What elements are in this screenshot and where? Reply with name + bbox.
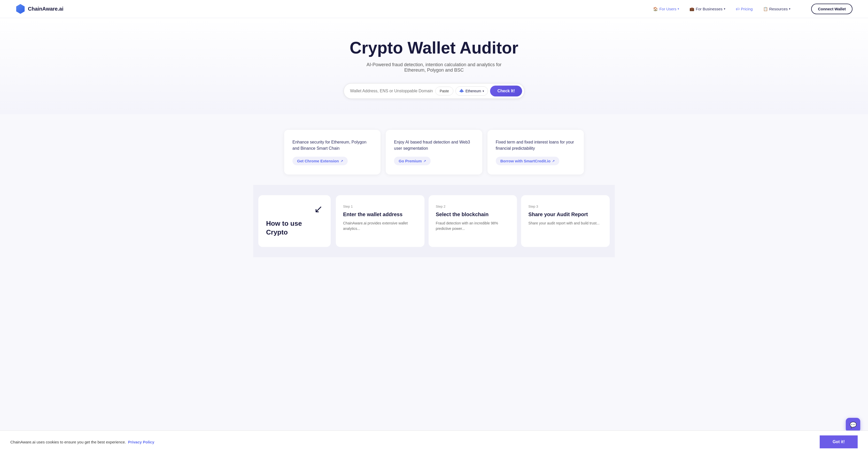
resources-icon: 📋 bbox=[763, 7, 768, 11]
check-it-button[interactable]: Check It! bbox=[490, 86, 522, 96]
eth-icon bbox=[459, 89, 464, 93]
feature-card-text-1: Enhance security for Ethereum, Polygon a… bbox=[292, 139, 372, 151]
how-to-title: How to use Crypto bbox=[266, 219, 323, 237]
feature-card-smartcredit: Fixed term and fixed interest loans for … bbox=[488, 130, 584, 174]
search-input[interactable] bbox=[350, 89, 435, 93]
chevron-down-icon: ▾ bbox=[789, 7, 790, 10]
feature-card-text-3: Fixed term and fixed interest loans for … bbox=[496, 139, 576, 151]
premium-label: Go Premium bbox=[399, 159, 422, 163]
tag-icon: 🏷 bbox=[736, 7, 740, 11]
step-title-3: Share your Audit Report bbox=[528, 211, 602, 218]
step-desc-1: ChainAware.ai provides extensive wallet … bbox=[343, 221, 417, 231]
chevron-down-icon: ▾ bbox=[724, 7, 725, 10]
hero-subtitle: AI-Powered fraud detection, intention ca… bbox=[356, 62, 512, 73]
steps-section: ↙ How to use Crypto Step 1 Enter the wal… bbox=[253, 185, 615, 257]
borrow-smartcredit-button[interactable]: Borrow with SmartCredit.io ↗ bbox=[496, 157, 559, 165]
step-label-1: Step 1 bbox=[343, 204, 417, 208]
get-chrome-extension-button[interactable]: Get Chrome Extension ↗ bbox=[292, 157, 348, 165]
chain-selector[interactable]: Ethereum ▾ bbox=[456, 86, 488, 96]
feature-card-text-2: Enjoy AI based fraud detection and Web3 … bbox=[394, 139, 474, 151]
connect-wallet-button[interactable]: Connect Wallet bbox=[811, 4, 852, 14]
step-label-2: Step 2 bbox=[436, 204, 510, 208]
hero-section: Crypto Wallet Auditor AI-Powered fraud d… bbox=[0, 18, 868, 114]
external-link-icon: ↗ bbox=[424, 159, 426, 163]
step-title-1: Enter the wallet address bbox=[343, 211, 417, 218]
hero-title: Crypto Wallet Auditor bbox=[5, 39, 863, 57]
users-icon: 🏠 bbox=[653, 7, 658, 11]
step-desc-2: Fraud detection with an incredible 98% p… bbox=[436, 221, 510, 231]
nav-for-users[interactable]: 🏠 For Users ▾ bbox=[653, 7, 679, 11]
nav-resources[interactable]: 📋 Resources ▾ bbox=[763, 7, 791, 11]
feature-card-extension: Enhance security for Ethereum, Polygon a… bbox=[284, 130, 380, 174]
how-to-card: ↙ How to use Crypto bbox=[258, 195, 331, 247]
nav-links: 🏠 For Users ▾ 💼 For Businesses ▾ 🏷 Prici… bbox=[653, 4, 852, 14]
nav-for-businesses[interactable]: 💼 For Businesses ▾ bbox=[689, 7, 725, 11]
feature-cards: Enhance security for Ethereum, Polygon a… bbox=[279, 130, 589, 174]
external-link-icon: ↗ bbox=[340, 159, 343, 163]
feature-card-premium: Enjoy AI based fraud detection and Web3 … bbox=[386, 130, 482, 174]
chevron-down-icon: ▾ bbox=[483, 89, 484, 93]
chevron-down-icon: ▾ bbox=[678, 7, 679, 10]
hook-icon: ↙ bbox=[314, 203, 323, 215]
go-premium-button[interactable]: Go Premium ↗ bbox=[394, 157, 430, 165]
step-title-2: Select the blockchain bbox=[436, 211, 510, 218]
briefcase-icon: 💼 bbox=[689, 7, 694, 11]
step-card-3: Step 3 Share your Audit Report Share you… bbox=[521, 195, 610, 247]
step-card-1: Step 1 Enter the wallet address ChainAwa… bbox=[336, 195, 425, 247]
logo[interactable]: ChainAware.ai bbox=[16, 4, 63, 14]
paste-button[interactable]: Paste bbox=[435, 87, 454, 95]
smartcredit-label: Borrow with SmartCredit.io bbox=[500, 159, 551, 163]
external-link-icon: ↗ bbox=[552, 159, 555, 163]
logo-icon bbox=[16, 4, 25, 14]
navbar: ChainAware.ai 🏠 For Users ▾ 💼 For Busine… bbox=[0, 0, 868, 18]
logo-text: ChainAware.ai bbox=[28, 6, 63, 12]
step-card-2: Step 2 Select the blockchain Fraud detec… bbox=[429, 195, 517, 247]
search-bar: Paste Ethereum ▾ Check It! bbox=[344, 83, 524, 99]
extension-label: Get Chrome Extension bbox=[297, 159, 339, 163]
chain-label: Ethereum bbox=[466, 89, 481, 93]
step-label-3: Step 3 bbox=[528, 204, 602, 208]
nav-pricing[interactable]: 🏷 Pricing bbox=[736, 7, 753, 11]
step-desc-3: Share your audit report with and build t… bbox=[528, 221, 602, 226]
